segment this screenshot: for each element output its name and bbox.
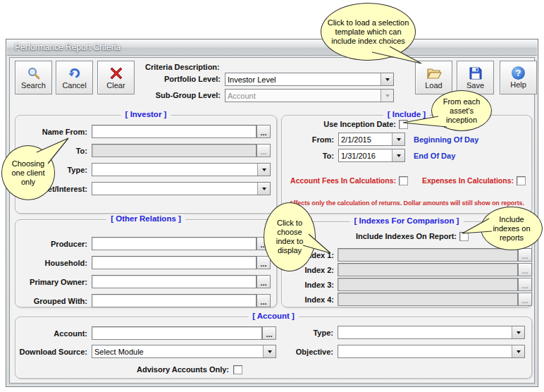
dropdown-arrow-icon[interactable] xyxy=(257,164,270,176)
primary-owner-label: Primary Owner: xyxy=(16,278,92,286)
callout-choose-index: Click to choose index to display xyxy=(264,202,316,271)
account-group-title: [ Account ] xyxy=(248,312,299,320)
dropdown-arrow-icon[interactable] xyxy=(381,73,393,85)
index3-browse-button: ... xyxy=(518,278,532,291)
advisory-only-checkbox[interactable] xyxy=(233,365,242,374)
cancel-button[interactable]: Cancel xyxy=(56,61,93,94)
index4-field xyxy=(338,293,518,306)
dropdown-arrow-icon[interactable] xyxy=(512,345,524,357)
dropdown-arrow-icon xyxy=(381,90,393,102)
date-from-label: From: xyxy=(282,135,338,144)
objective-combo[interactable] xyxy=(338,345,525,358)
primary-owner-field[interactable] xyxy=(92,275,256,288)
investor-group-title: [ Investor ] xyxy=(121,110,171,118)
name-to-browse-button: ... xyxy=(256,144,271,157)
index2-browse-button: ... xyxy=(518,263,532,276)
use-inception-checkbox[interactable] xyxy=(399,120,408,129)
screen: Performance Report Criteria Search Cance… xyxy=(0,0,544,392)
account-type-label: Type: xyxy=(16,329,338,337)
include-indexes-checkbox[interactable] xyxy=(459,232,469,241)
use-inception-label: Use Inception Date: xyxy=(282,120,399,128)
market-interest-value xyxy=(92,183,257,195)
calculation-note: Affects only the calculation of returns.… xyxy=(282,200,531,207)
subgroup-level-value: Account xyxy=(225,90,381,102)
save-button-label: Save xyxy=(466,81,484,90)
date-from-value: 2/1/2015 xyxy=(339,133,392,145)
include-groupbox: [ Include ] Use Inception Date: From: 2/… xyxy=(281,115,532,214)
help-button-label: Help xyxy=(510,80,526,89)
advisory-only-label: Advisory Accounts Only: xyxy=(16,365,233,374)
dropdown-arrow-icon[interactable] xyxy=(392,133,404,145)
producer-label: Producer: xyxy=(16,240,92,248)
investor-type-combo[interactable] xyxy=(92,163,271,176)
search-icon xyxy=(27,66,41,80)
index4-label: Index 4: xyxy=(282,295,338,304)
name-from-label: Name From: xyxy=(16,128,92,136)
cancel-button-label: Cancel xyxy=(62,81,86,90)
market-interest-combo[interactable] xyxy=(92,182,271,195)
index3-label: Index 3: xyxy=(282,281,338,289)
expenses-label: Expenses In Calculations: xyxy=(408,176,517,185)
dropdown-arrow-icon[interactable] xyxy=(512,326,524,338)
name-from-browse-button[interactable]: ... xyxy=(256,125,271,138)
load-button[interactable]: Load xyxy=(415,61,452,94)
callout-load-template: Click to load a selection template which… xyxy=(321,3,416,61)
index1-field xyxy=(338,248,518,262)
grouped-with-label: Grouped With: xyxy=(16,297,92,305)
investor-groupbox: [ Investor ] Name From: ... To: ... Type… xyxy=(15,115,277,214)
criteria-description-label: Criteria Description: xyxy=(145,63,220,71)
account-fees-checkbox[interactable] xyxy=(399,176,408,185)
index4-browse-button: ... xyxy=(518,293,532,306)
index1-browse-button: ... xyxy=(518,248,532,262)
end-of-day-note: End Of Day xyxy=(414,152,455,160)
beginning-of-day-note: Beginning Of Day xyxy=(414,135,478,144)
index3-field xyxy=(338,278,518,291)
household-label: Household: xyxy=(16,259,92,267)
portfolio-level-value: Investor Level xyxy=(225,73,381,85)
grouped-with-field[interactable] xyxy=(92,294,256,307)
investor-type-value xyxy=(92,164,257,176)
date-to-value: 1/31/2016 xyxy=(339,149,392,161)
account-type-combo[interactable] xyxy=(338,326,525,339)
dropdown-arrow-icon[interactable] xyxy=(257,183,270,195)
floppy-disk-icon xyxy=(469,66,483,80)
search-button-label: Search xyxy=(21,81,46,90)
other-relations-group-title: [ Other Relations ] xyxy=(106,214,185,223)
subgroup-level-label: Sub-Group Level: xyxy=(112,91,221,99)
load-button-label: Load xyxy=(425,81,442,90)
date-to-label: To: xyxy=(282,152,338,160)
grouped-with-browse-button[interactable]: ... xyxy=(256,294,271,307)
include-group-title: [ Include ] xyxy=(383,110,430,118)
other-relations-groupbox: [ Other Relations ] Producer: ... Househ… xyxy=(15,219,277,307)
expenses-checkbox[interactable] xyxy=(517,176,526,185)
dropdown-arrow-icon[interactable] xyxy=(392,149,404,161)
save-button[interactable]: Save xyxy=(457,61,494,94)
date-from-combo[interactable]: 2/1/2015 xyxy=(338,133,405,146)
account-groupbox: [ Account ] Account: ... Download Source… xyxy=(15,317,532,379)
callout-inception: From each asset's inception xyxy=(431,90,492,131)
portfolio-level-combo[interactable]: Investor Level xyxy=(225,73,394,86)
household-field[interactable] xyxy=(92,256,256,269)
callout-include-indexes: Include indexes on reports xyxy=(481,207,543,250)
subgroup-level-combo: Account xyxy=(225,89,394,102)
objective-value xyxy=(338,345,512,357)
date-to-combo[interactable]: 1/31/2016 xyxy=(338,149,405,162)
name-from-field[interactable] xyxy=(92,125,256,138)
undo-arrow-icon xyxy=(68,66,82,80)
primary-owner-browse-button[interactable]: ... xyxy=(256,275,271,288)
name-to-field xyxy=(92,144,256,157)
callout-one-client: Choosing one client only xyxy=(1,145,55,200)
search-button[interactable]: Search xyxy=(15,61,52,94)
producer-field[interactable] xyxy=(92,237,256,250)
indexes-group-title: [ Indexes For Comparison ] xyxy=(350,216,464,225)
title-bar[interactable]: Performance Report Criteria xyxy=(7,40,537,56)
account-type-value xyxy=(338,326,512,338)
objective-label: Objective: xyxy=(16,348,338,356)
index2-field xyxy=(338,263,518,276)
window-title: Performance Report Criteria xyxy=(15,42,120,52)
open-folder-icon xyxy=(426,66,442,80)
help-icon: ? xyxy=(512,66,525,80)
help-button[interactable]: ? Help xyxy=(500,61,537,94)
account-fees-label: Account Fees In Calculations: xyxy=(282,176,399,185)
portfolio-level-label: Portfolio Level: xyxy=(112,75,221,83)
